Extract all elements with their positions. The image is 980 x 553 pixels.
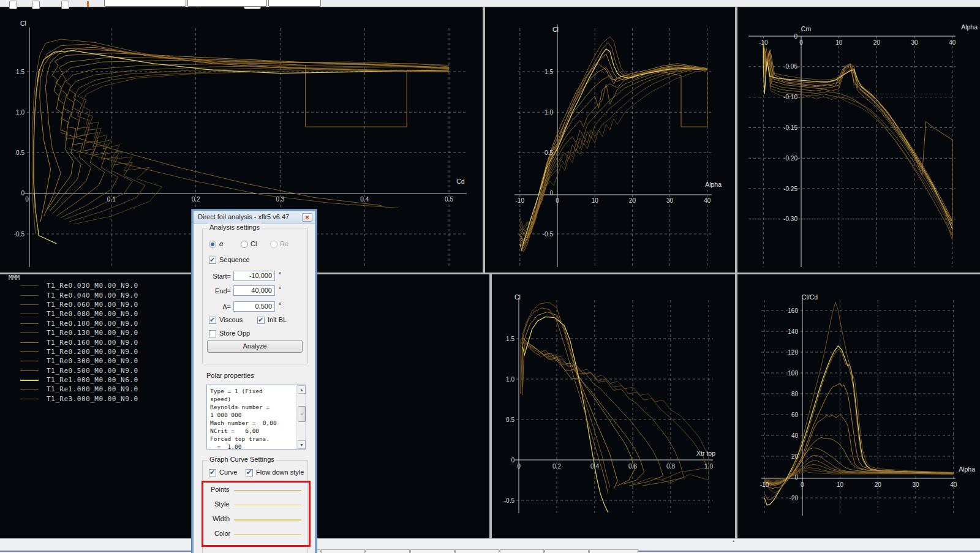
insert-icon[interactable] bbox=[61, 1, 69, 9]
legend-line-sample bbox=[20, 399, 39, 399]
analysis-settings-title: Analysis settings bbox=[208, 224, 262, 231]
save-icon[interactable] bbox=[32, 1, 40, 9]
analyze-button[interactable]: Analyze bbox=[207, 340, 303, 353]
start-label: Start= bbox=[203, 273, 231, 280]
legend-item-label: T1_Re0.500_M0.00_N9.0 bbox=[47, 367, 138, 375]
polar-graph-cl-xtr[interactable] bbox=[492, 274, 735, 538]
legend-item-label: T1_Re0.060_M0.00_N9.0 bbox=[47, 301, 138, 309]
legend-item: T1_Re0.080_M0.00_N9.0 bbox=[9, 309, 138, 318]
foil-select-combo[interactable] bbox=[104, 0, 186, 7]
direct-foil-analysis-dialog: Direct foil analysis - xflr5 v6.47 ✕ Ana… bbox=[192, 209, 317, 553]
taskbar-button[interactable] bbox=[589, 549, 638, 553]
store-opp-label: Store Opp bbox=[219, 329, 250, 337]
graph-curve-settings-title: Graph Curve Settings bbox=[208, 456, 276, 463]
legend-line-sample bbox=[20, 361, 39, 361]
cl-radio-label: Cl bbox=[251, 240, 257, 247]
taskbar-button[interactable] bbox=[410, 549, 454, 553]
sequence-label: Sequence bbox=[219, 256, 250, 263]
legend-item: T1_Re1.000_M0.00_N9.0 bbox=[9, 385, 138, 394]
legend-line-sample bbox=[20, 389, 39, 389]
scroll-down-icon[interactable]: ▼ bbox=[298, 440, 306, 449]
legend-item: T1_Re0.300_M0.00_N9.0 bbox=[9, 356, 138, 366]
taskbar-button[interactable] bbox=[321, 549, 365, 553]
taskbar-button[interactable] bbox=[366, 549, 410, 553]
legend-line-sample bbox=[20, 295, 39, 296]
status-marker: * bbox=[733, 539, 735, 545]
legend-item-label: T1_Re1.000_M0.00_N6.0 bbox=[47, 376, 138, 384]
legend-line-sample bbox=[20, 333, 39, 333]
legend-header: MMM bbox=[9, 274, 138, 281]
legend-line-sample bbox=[20, 371, 39, 371]
legend-item: T1_Re3.000_M0.00_N9.0 bbox=[9, 394, 138, 404]
sequence-checkbox[interactable] bbox=[209, 257, 216, 264]
init-bl-checkbox[interactable] bbox=[257, 317, 265, 324]
taskbar-button[interactable] bbox=[455, 549, 499, 553]
legend-item-label: T1_Re0.200_M0.00_N9.0 bbox=[47, 348, 138, 356]
legend-line-sample bbox=[20, 304, 39, 305]
annotation-red-box bbox=[202, 481, 311, 547]
close-icon[interactable]: ✕ bbox=[302, 213, 312, 222]
re-radio[interactable] bbox=[270, 241, 277, 248]
taskbar-button[interactable] bbox=[500, 549, 544, 553]
legend-item: T1_Re0.130_M0.00_N9.0 bbox=[9, 328, 138, 337]
legend-item: T1_Re0.500_M0.00_N9.0 bbox=[9, 366, 138, 375]
viscous-checkbox[interactable] bbox=[209, 317, 216, 324]
start-input[interactable]: -10,000 bbox=[233, 271, 275, 281]
legend-item: T1_Re0.200_M0.00_N9.0 bbox=[9, 347, 138, 356]
end-label: End= bbox=[203, 287, 231, 295]
legend-item: T1_Re0.100_M0.00_N9.0 bbox=[9, 319, 138, 328]
curve-checkbox[interactable] bbox=[209, 469, 216, 476]
legend-line-sample bbox=[20, 314, 39, 314]
polar-graph-cm-alpha[interactable] bbox=[737, 7, 980, 273]
legend-item: T1_Re0.030_M0.00_N9.0 bbox=[9, 281, 138, 290]
re-radio-label: Re bbox=[280, 240, 288, 247]
app-window: 00.10.20.30.40.51.51.00.50-0.5CdCl-10010… bbox=[0, 0, 980, 553]
cl-radio[interactable] bbox=[241, 241, 248, 248]
dialog-title: Direct foil analysis - xflr5 v6.47 bbox=[198, 213, 289, 220]
legend-item: T1_Re1.000_M0.00_N6.0 bbox=[9, 375, 138, 385]
polar-select-combo[interactable] bbox=[187, 0, 267, 7]
start-unit: ° bbox=[279, 271, 281, 278]
store-opp-checkbox[interactable] bbox=[209, 330, 216, 337]
taskbar-button[interactable] bbox=[545, 549, 589, 553]
analysis-settings-group: Analysis settings α Cl Re Sequence Start… bbox=[202, 228, 308, 364]
legend-item-label: T1_Re0.100_M0.00_N9.0 bbox=[47, 320, 138, 328]
legend-line-sample bbox=[20, 323, 39, 324]
legend-line-sample bbox=[20, 342, 39, 343]
dialog-titlebar[interactable]: Direct foil analysis - xflr5 v6.47 ✕ bbox=[194, 211, 315, 224]
legend-item-label: T1_Re0.040_M0.00_N9.0 bbox=[47, 292, 138, 299]
polar-scrollbar[interactable]: ▲ ≡ ▼ bbox=[296, 385, 306, 449]
legend-item-label: T1_Re0.030_M0.00_N9.0 bbox=[47, 282, 138, 290]
end-input[interactable]: 40,000 bbox=[233, 285, 275, 296]
open-icon[interactable] bbox=[9, 1, 17, 9]
legend-line-sample bbox=[20, 285, 39, 286]
delta-unit: ° bbox=[279, 301, 281, 309]
legend-item-label: T1_Re0.080_M0.00_N9.0 bbox=[47, 310, 138, 318]
end-unit: ° bbox=[279, 285, 281, 293]
pin-icon[interactable] bbox=[87, 1, 89, 7]
curve-label: Curve bbox=[219, 468, 237, 476]
legend-item: T1_Re0.040_M0.00_N9.0 bbox=[9, 290, 138, 299]
alpha-radio-label: α bbox=[219, 240, 223, 247]
curve-legend: MMM T1_Re0.030_M0.00_N9.0T1_Re0.040_M0.0… bbox=[9, 274, 138, 404]
legend-item-label: T1_Re0.160_M0.00_N9.0 bbox=[47, 339, 138, 347]
opp-select-combo[interactable] bbox=[268, 0, 321, 7]
legend-item-label: T1_Re1.000_M0.00_N9.0 bbox=[47, 385, 138, 393]
alpha-radio[interactable] bbox=[209, 241, 216, 248]
polar-properties-label: Polar properties bbox=[206, 372, 254, 379]
scroll-up-icon[interactable]: ▲ bbox=[298, 385, 306, 394]
legend-item-label: T1_Re3.000_M0.00_N9.0 bbox=[47, 395, 138, 403]
polar-graph-cl-alpha[interactable] bbox=[485, 7, 735, 273]
delta-input[interactable]: 0,500 bbox=[233, 301, 275, 312]
delta-label: Δ= bbox=[203, 303, 231, 310]
flow-down-style-checkbox[interactable] bbox=[246, 469, 253, 476]
legend-item-label: T1_Re0.130_M0.00_N9.0 bbox=[47, 329, 138, 337]
legend-item: T1_Re0.160_M0.00_N9.0 bbox=[9, 337, 138, 347]
flow-down-style-label: Flow down style bbox=[256, 468, 304, 476]
polar-graph-clcd-alpha[interactable] bbox=[737, 274, 980, 538]
init-bl-label: Init BL bbox=[268, 316, 287, 323]
legend-item: T1_Re0.060_M0.00_N9.0 bbox=[9, 300, 138, 309]
polar-properties-text[interactable]: Type = 1 (Fixed speed) Reynolds number =… bbox=[206, 385, 306, 450]
scroll-thumb[interactable]: ≡ bbox=[298, 406, 306, 422]
legend-line-sample bbox=[20, 380, 39, 381]
